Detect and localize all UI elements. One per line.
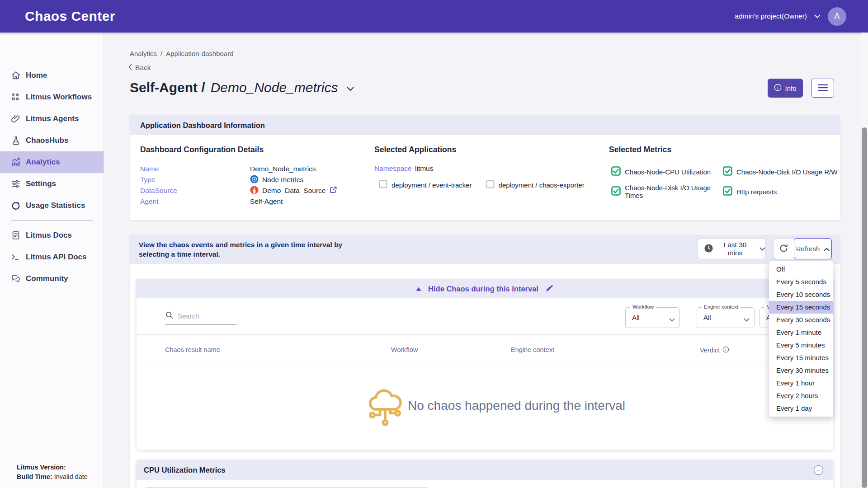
metric-checkbox-http-requests[interactable]: Http requests [723, 184, 837, 199]
chevron-down-icon [744, 315, 750, 324]
dashboard-switcher-chevron-icon[interactable] [347, 85, 354, 93]
sidebar-item-label: Community [26, 274, 68, 283]
time-range-value: Last 30 mins [718, 241, 752, 257]
menu-item-every-5-seconds[interactable]: Every 5 seconds [769, 276, 833, 288]
metric-checkbox-disk-io-rw[interactable]: Chaos-Node-Disk I/O Usage R/W [723, 166, 837, 178]
usage-statistics-icon [11, 201, 21, 211]
sidebar-item-label: Analytics [26, 158, 60, 167]
prometheus-icon [250, 186, 259, 196]
sidebar-item-litmus-agents[interactable]: Litmus Agents [0, 108, 104, 130]
sidebar-item-label: Settings [26, 179, 56, 188]
node-metrics-icon [250, 175, 259, 185]
config-row-type: Type Node metrics [140, 174, 337, 185]
avatar[interactable]: A [828, 7, 846, 26]
application-checkbox-event-tracker[interactable]: deployment / event-tracker [379, 180, 472, 190]
sidebar-item-label: Litmus Workflows [26, 93, 92, 102]
build-time-label: Build Time: [17, 473, 52, 480]
breadcrumb: Analytics / Application-dashboard [130, 50, 233, 57]
top-header: Chaos Center admin's project(Owner) A [0, 0, 868, 33]
menu-item-every-10-seconds[interactable]: Every 10 seconds [769, 288, 833, 301]
time-range-select[interactable]: Last 30 mins [698, 238, 766, 259]
page-title-row: Self-Agent / Demo_Node_metrics [130, 77, 354, 99]
config-row-agent: Agent Self-Agent [140, 196, 337, 207]
sidebar-item-label: Usage Statistics [26, 201, 85, 210]
dashboard-information-panel: Application Dashboard Information Dashbo… [130, 115, 840, 220]
home-icon [11, 70, 21, 80]
menu-item-every-15-minutes[interactable]: Every 15 minutes [769, 352, 833, 364]
sidebar-item-home[interactable]: Home [0, 65, 104, 86]
empty-message: No chaos happened during the interval [408, 399, 625, 413]
menu-item-every-1-day[interactable]: Every 1 day [769, 402, 833, 415]
metric-checkbox-cpu-utilization[interactable]: Chaos-Node-CPU Utilization [611, 166, 723, 178]
collapse-minus-icon[interactable] [814, 465, 823, 475]
config-row-datasource: DataSource Demo_Data_Source [140, 185, 337, 196]
checkbox-checked-icon [723, 186, 732, 197]
metric-checkbox-disk-io-times[interactable]: Chaos-Node-Disk I/O Usage Times [611, 184, 723, 199]
dashboard-menu-button[interactable] [811, 79, 834, 98]
sidebar-item-analytics[interactable]: Analytics [0, 151, 104, 173]
api-docs-icon [11, 252, 21, 262]
breadcrumb-analytics[interactable]: Analytics [130, 50, 157, 57]
edit-pencil-icon[interactable] [545, 284, 554, 294]
engine-context-filter[interactable]: Engine context All [697, 307, 755, 328]
hide-chaos-toggle[interactable]: Hide Chaos during this interval [137, 279, 833, 298]
menu-item-every-5-minutes[interactable]: Every 5 minutes [769, 339, 833, 352]
back-link[interactable]: Back [128, 64, 151, 72]
search-input[interactable] [178, 312, 232, 320]
sidebar-item-label: ChaosHubs [26, 136, 68, 145]
sidebar-item-litmus-api-docs[interactable]: Litmus API Docs [0, 246, 104, 268]
interval-description: View the chaos events and metrics in a g… [139, 240, 351, 259]
search-icon [165, 311, 174, 321]
menu-item-every-30-seconds[interactable]: Every 30 seconds [769, 314, 833, 326]
config-row-name: Name Demo_Node_metrics [140, 164, 337, 174]
time-interval-bar: View the chaos events and metrics in a g… [130, 235, 840, 264]
chaos-cloud-icon [368, 389, 402, 431]
cpu-utilization-section: CPU Utilization Metrics [137, 460, 833, 488]
namespace-row: Namespace litmus [374, 164, 585, 173]
panel-title: Application Dashboard Information [140, 121, 265, 130]
chevron-down-icon [669, 315, 675, 324]
chevron-down-icon[interactable] [814, 12, 821, 20]
column-workflow: Workflow [391, 346, 418, 353]
triangle-up-icon [416, 285, 421, 293]
chevron-down-icon [760, 245, 765, 252]
checkbox-checked-icon [611, 186, 621, 197]
settings-icon [11, 179, 21, 189]
manual-refresh-button[interactable] [773, 238, 794, 259]
sidebar-item-usage-statistics[interactable]: Usage Statistics [0, 195, 104, 216]
project-selector[interactable]: admin's project(Owner) [735, 12, 807, 20]
sidebar-item-litmus-docs[interactable]: Litmus Docs [0, 225, 104, 246]
workflow-filter[interactable]: Workflow All [625, 307, 680, 328]
info-button[interactable]: Info [768, 79, 803, 98]
sidebar-secondary-nav: Litmus Docs Litmus API Docs Community [0, 225, 104, 290]
scrollbar-thumb[interactable] [862, 127, 867, 488]
menu-item-every-30-minutes[interactable]: Every 30 minutes [769, 364, 833, 377]
sidebar-item-settings[interactable]: Settings [0, 173, 104, 195]
sidebar-item-litmus-workflows[interactable]: Litmus Workflows [0, 86, 104, 108]
sidebar: Home Litmus Workflows Litmus Agents Chao… [0, 33, 104, 488]
refresh-rate-dropdown[interactable]: Refresh [794, 238, 832, 259]
menu-item-every-1-minute[interactable]: Every 1 minute [769, 326, 833, 339]
sidebar-item-chaoshubs[interactable]: ChaosHubs [0, 130, 104, 151]
application-checkbox-chaos-exporter[interactable]: deployment / chaos-exporter [486, 180, 585, 190]
sidebar-item-label: Litmus Agents [26, 114, 79, 123]
menu-item-every-15-seconds[interactable]: Every 15 seconds [769, 301, 833, 314]
external-link-icon[interactable] [329, 186, 337, 196]
refresh-rate-menu: Off Every 5 seconds Every 10 seconds Eve… [769, 261, 833, 417]
sidebar-footer: Litmus Version: Build Time: Invalid date [17, 463, 88, 482]
cpu-section-title: CPU Utilization Metrics [144, 466, 226, 474]
app-title: Chaos Center [25, 9, 115, 24]
panel-header: Application Dashboard Information [130, 115, 840, 135]
clock-icon [704, 244, 713, 254]
menu-item-every-2-hours[interactable]: Every 2 hours [769, 389, 833, 402]
checkbox-unchecked-icon [486, 180, 495, 190]
refresh-rate-label: Refresh [796, 245, 820, 253]
menu-item-off[interactable]: Off [769, 263, 833, 276]
docs-icon [11, 230, 21, 240]
litmus-version-label: Litmus Version: [17, 464, 66, 471]
cpu-section-header: CPU Utilization Metrics [137, 460, 833, 480]
sidebar-item-label: Home [26, 71, 47, 80]
verdict-info-icon[interactable] [722, 346, 729, 354]
menu-item-every-1-hour[interactable]: Every 1 hour [769, 377, 833, 389]
sidebar-item-community[interactable]: Community [0, 268, 104, 290]
